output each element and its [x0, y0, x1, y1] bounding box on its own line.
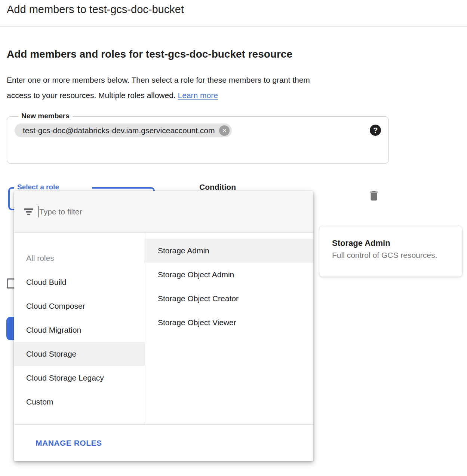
description-line2: access to your resources. Multiple roles…: [7, 91, 176, 100]
role-options-column: Storage Admin Storage Object Admin Stora…: [145, 233, 313, 424]
help-icon[interactable]: ?: [370, 125, 381, 136]
new-members-label: New members: [18, 112, 73, 120]
role-category-column: All roles Cloud Build Cloud Composer Clo…: [14, 233, 145, 424]
role-dropdown-panel: All roles Cloud Build Cloud Composer Clo…: [14, 191, 313, 461]
filter-list-icon: [24, 208, 33, 215]
condition-column-header: Condition: [199, 183, 236, 192]
text-cursor: [38, 206, 39, 217]
role-item-storage-object-creator[interactable]: Storage Object Creator: [145, 287, 313, 311]
category-item-cloud-composer[interactable]: Cloud Composer: [14, 294, 145, 318]
category-item-all-roles[interactable]: All roles: [14, 246, 145, 270]
learn-more-link[interactable]: Learn more: [178, 91, 218, 100]
manage-roles-button[interactable]: MANAGE ROLES: [36, 439, 102, 448]
role-item-storage-object-viewer[interactable]: Storage Object Viewer: [145, 311, 313, 335]
dropdown-footer: MANAGE ROLES: [14, 424, 313, 461]
member-chip-value: test-gcs-doc@databricks-dev.iam.gservice…: [23, 126, 215, 135]
category-item-custom[interactable]: Custom: [14, 390, 145, 414]
section-heading: Add members and roles for test-gcs-doc-b…: [7, 48, 292, 60]
role-filter-input[interactable]: [39, 207, 264, 216]
delete-row-button[interactable]: [368, 189, 380, 202]
member-chip[interactable]: test-gcs-doc@databricks-dev.iam.gservice…: [15, 123, 232, 137]
header-divider: [0, 26, 467, 27]
role-lists: All roles Cloud Build Cloud Composer Clo…: [14, 233, 313, 424]
role-item-storage-admin[interactable]: Storage Admin: [145, 239, 313, 263]
category-item-cloud-build[interactable]: Cloud Build: [14, 270, 145, 294]
role-filter-row: [14, 191, 313, 233]
page-title: Add members to test-gcs-doc-bucket: [7, 3, 184, 16]
trash-icon: [368, 189, 380, 202]
description-line1: Enter one or more members below. Then se…: [7, 76, 310, 84]
tooltip-description: Full control of GCS resources.: [332, 251, 455, 260]
role-select-label: Select a role: [14, 183, 92, 191]
category-item-cloud-storage-legacy[interactable]: Cloud Storage Legacy: [14, 366, 145, 390]
category-item-cloud-storage[interactable]: Cloud Storage: [14, 342, 145, 366]
tooltip-title: Storage Admin: [332, 238, 455, 248]
chip-remove-icon[interactable]: ✕: [219, 125, 230, 136]
add-members-dialog: Add members to test-gcs-doc-bucket Add m…: [0, 0, 467, 476]
category-item-cloud-migration[interactable]: Cloud Migration: [14, 318, 145, 342]
role-item-storage-object-admin[interactable]: Storage Object Admin: [145, 263, 313, 287]
new-members-field[interactable]: New members test-gcs-doc@databricks-dev.…: [7, 116, 389, 164]
section-description: Enter one or more members below. Then se…: [7, 72, 388, 103]
role-description-tooltip: Storage Admin Full control of GCS resour…: [319, 226, 463, 277]
